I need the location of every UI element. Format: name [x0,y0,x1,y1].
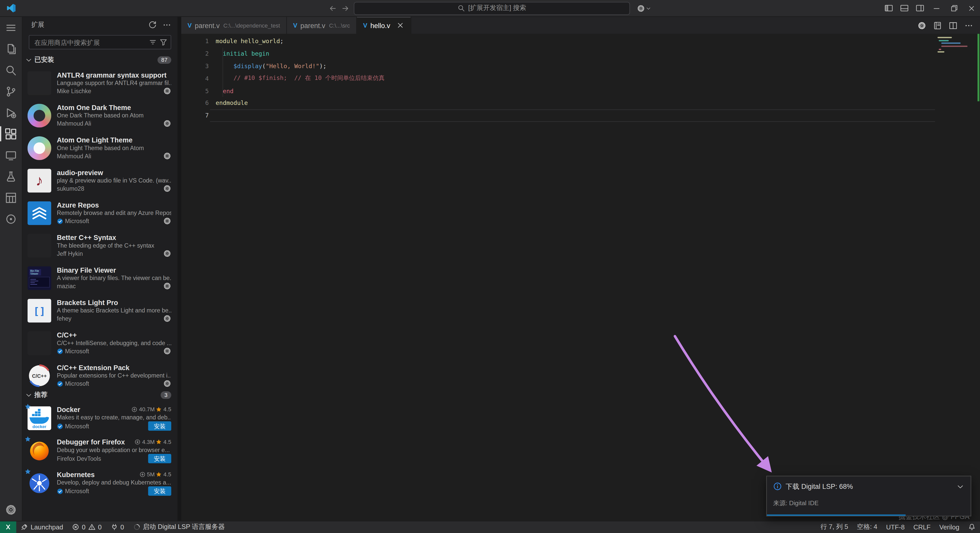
editor-settings-icon[interactable] [918,21,926,30]
status-label: 启动 Digital LSP 语言服务器 [143,523,225,531]
section-header-0[interactable]: 已安装87 [22,53,177,67]
extension-publisher: Mahmoud Ali [57,153,163,159]
restore-button[interactable] [945,0,963,16]
status-encoding[interactable]: UTF-8 [882,521,909,533]
notification-toast[interactable]: 下载 Digital LSP: 68% 来源: Digital IDE [766,476,971,516]
toggle-secondary-sidebar[interactable] [912,0,928,16]
extension-c-c[interactable]: C/C++C/C++ IntelliSense, debugging, and … [22,327,177,360]
status-indentation[interactable]: 空格: 4 [853,521,881,533]
activity-item-containers[interactable] [0,187,22,208]
error-icon [72,523,80,531]
c-c-icon [27,331,51,355]
extension-kubernetes[interactable]: Kubernetes5M4.5Develop, deploy and debug… [22,467,177,499]
minimize-button[interactable] [928,0,945,16]
status-ports[interactable]: 0 [106,521,128,533]
toggle-panel[interactable] [896,0,912,16]
extension-search-input[interactable] [33,38,146,46]
extension-audio-preview[interactable]: audio-previewplay & preview audio file i… [22,164,177,197]
split-editor-icon[interactable] [949,21,958,30]
extension-brackets-light-pro[interactable]: []Brackets Light ProA theme basic Bracke… [22,294,177,327]
extension-debugger-for-firefox[interactable]: Debugger for Firefox4.3M4.5Debug your we… [22,434,177,467]
code-line-5[interactable]: 5 end [181,84,980,97]
activity-item-test-explorer[interactable] [0,165,22,187]
manage-extension-gear-icon[interactable] [163,119,171,127]
code-line-4[interactable]: 4 // #10 $finish; // 在 10 个时间单位后结束仿真 [181,72,980,84]
install-button[interactable]: 安装 [148,453,171,463]
manage-extension-gear-icon[interactable] [163,380,171,388]
activity-item-run-debug[interactable] [0,102,22,123]
status-problems[interactable]: 00 [67,521,106,533]
manage-extension-gear-icon[interactable] [163,152,171,160]
collapse-notification-icon[interactable] [956,482,964,491]
extension-better-c-syntax[interactable]: Better C++ SyntaxThe bleeding edge of th… [22,229,177,262]
code-line-7[interactable]: 7 [181,109,980,121]
status-label: Launchpad [30,523,63,531]
forward-icon[interactable] [341,4,349,12]
install-button[interactable]: 安装 [148,486,171,496]
tab-parent-v[interactable]: Vparent.vC:\...\src [287,17,357,34]
status-cursor-position[interactable]: 行 7, 列 5 [816,521,853,533]
manage-extension-gear-icon[interactable] [163,87,171,95]
extension-name: Kubernetes [57,471,137,478]
extension-sections: 已安装87ANTLR4 grammar syntax supportLangua… [22,53,177,520]
manage-extension-gear-icon[interactable] [163,315,171,323]
more-editor-actions-icon[interactable] [964,21,973,30]
rating-star-icon [156,439,162,445]
status-label: UTF-8 [886,523,905,531]
close-tab-icon[interactable] [396,21,405,29]
extension-antlr4-grammar-syntax-support[interactable]: ANTLR4 grammar syntax supportLanguage su… [22,67,177,99]
tab-parent-v[interactable]: Vparent.vC:\...\dependence_test [181,17,287,34]
extension-binary-file-viewer[interactable]: Bin FileViewerBinary File ViewerA viewer… [22,262,177,294]
extension-docker[interactable]: dockerDocker40.7M4.5Makes it easy to cre… [22,402,177,434]
status-lsp-progress[interactable]: 启动 Digital LSP 语言服务器 [128,521,229,533]
activity-item-source-control[interactable] [0,81,22,102]
code-line-3[interactable]: 3 $display("Hello, World!"); [181,60,980,72]
activity-item-search[interactable] [0,59,22,81]
activity-item-manage[interactable] [0,499,22,520]
verified-publisher-icon [57,423,63,429]
filter-icon[interactable] [159,38,167,46]
refresh-icon[interactable] [148,21,157,29]
install-button[interactable]: 安装 [148,421,171,431]
section-header-1[interactable]: 推荐3 [22,388,177,402]
activity-item-remote-explorer[interactable] [0,145,22,165]
manage-extension-gear-icon[interactable] [163,347,171,355]
minimap[interactable] [937,36,971,54]
command-center-search[interactable]: [扩展开发宿主] 搜索 [354,2,630,14]
close-window-button[interactable] [963,0,980,16]
manage-extension-gear-icon[interactable] [163,282,171,290]
status-notifications[interactable] [964,521,980,533]
status-launchpad[interactable]: Launchpad [16,521,68,533]
back-icon[interactable] [329,4,337,12]
activity-item-menu[interactable] [0,17,22,38]
code-line-6[interactable]: 6endmodule [181,97,980,109]
manage-dropdown[interactable] [637,4,651,12]
extension-atom-one-dark-theme[interactable]: Atom One Dark ThemeOne Dark Theme based … [22,99,177,132]
manage-extension-gear-icon[interactable] [163,184,171,193]
extension-publisher: Microsoft [57,488,148,495]
more-actions-icon[interactable] [162,21,171,29]
manage-extension-gear-icon[interactable] [163,217,171,225]
extension-atom-one-light-theme[interactable]: Atom One Light ThemeOne Light Theme base… [22,132,177,164]
status-eol[interactable]: CRLF [909,521,935,533]
code-line-2[interactable]: 2 initial begin [181,48,980,60]
status-remote[interactable] [0,521,16,533]
activity-item-explorer[interactable] [0,38,22,59]
extension-c-c-extension-pack[interactable]: C/C++C/C++ Extension PackPopular extensi… [22,360,177,388]
open-preview-icon[interactable] [933,21,942,30]
filter-lines-icon[interactable] [149,38,157,46]
activity-item-extensions[interactable] [0,123,22,144]
code-editor[interactable]: 1module hello_world;2 initial begin3 $di… [181,34,980,520]
activity-item-digital-ide[interactable] [0,208,22,229]
extension-stats: 40.7M4.5 [131,406,171,412]
extension-azure-repos[interactable]: Azure ReposRemotely browse and edit any … [22,197,177,229]
extension-search-box[interactable] [29,35,171,49]
manage-extension-gear-icon[interactable] [163,250,171,258]
tab-hello-v[interactable]: Vhello.v [357,17,411,34]
status-language-mode[interactable]: Verilog [935,521,964,533]
svg-text:C/C++: C/C++ [32,373,47,379]
toggle-primary-sidebar[interactable] [881,0,896,16]
code-line-1[interactable]: 1module hello_world; [181,35,980,47]
gear-icon [637,4,645,12]
atom-one-dark-theme-icon [27,104,51,127]
